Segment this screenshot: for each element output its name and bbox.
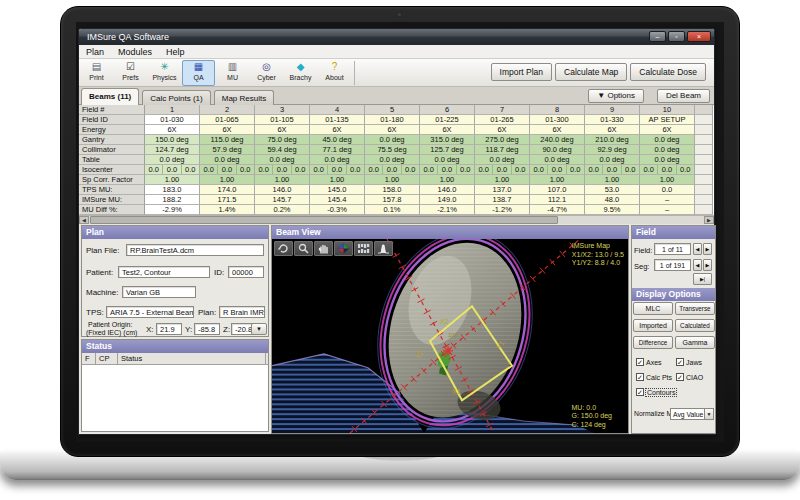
- table-cell[interactable]: 145.7: [255, 195, 310, 205]
- table-cell[interactable]: 146.0: [255, 185, 310, 195]
- display-button-mlc[interactable]: MLC: [633, 302, 673, 315]
- toolbar-button-mu[interactable]: ▥MU: [216, 60, 249, 86]
- table-cell[interactable]: 0.0 deg: [145, 155, 200, 165]
- table-cell[interactable]: 158.0: [365, 185, 420, 195]
- display-button-calculated[interactable]: Calculated: [675, 319, 715, 332]
- table-cell[interactable]: 1.4%: [200, 205, 255, 215]
- table-cell[interactable]: 77.1 deg: [310, 145, 365, 155]
- table-cell[interactable]: 1.00: [255, 175, 310, 185]
- scroll-right-icon[interactable]: ▶: [704, 216, 714, 224]
- table-cell[interactable]: 0.0 deg: [255, 155, 310, 165]
- plan-name-field[interactable]: R Brain IMRT: [219, 306, 265, 318]
- table-cell[interactable]: 1.00: [200, 175, 255, 185]
- table-cell[interactable]: 118.7 deg: [475, 145, 530, 155]
- toolbar-button-print[interactable]: ▤Print: [80, 60, 113, 86]
- seg-end-icon[interactable]: ▶|: [693, 273, 712, 285]
- table-cell[interactable]: 1.00: [365, 175, 420, 185]
- checkbox-contours[interactable]: ✓Contours: [636, 388, 676, 396]
- table-cell[interactable]: 183.0: [145, 185, 200, 195]
- table-cell[interactable]: 6X: [145, 125, 200, 135]
- table-cell[interactable]: 1: [145, 105, 200, 115]
- beam-tool-zoom-icon[interactable]: [294, 241, 313, 256]
- beam-view-canvas[interactable]: X2 100 Y1 X1 Y2 IMSure MapX1/X2: 13.0 / …: [272, 239, 628, 433]
- window-titlebar[interactable]: IMSure QA Software –▫×: [79, 29, 714, 45]
- table-cell[interactable]: 0.0 deg: [310, 155, 365, 165]
- toolbar-button-about[interactable]: ?About: [318, 60, 351, 86]
- table-cell[interactable]: 01-065: [200, 115, 255, 125]
- tps-field[interactable]: ARIA 7.5 - External Beam: [106, 306, 194, 318]
- scroll-left-icon[interactable]: ◀: [79, 216, 89, 224]
- table-hscrollbar[interactable]: ◀ ▶: [79, 215, 714, 224]
- table-cell[interactable]: 0.0 deg: [585, 155, 640, 165]
- table-cell[interactable]: 53.0: [585, 185, 640, 195]
- table-cell[interactable]: 150.0 deg: [145, 135, 200, 145]
- table-cell[interactable]: 0.0: [640, 185, 695, 195]
- display-button-difference[interactable]: Difference: [633, 336, 673, 349]
- action-button-import-plan[interactable]: Import Plan: [491, 63, 552, 81]
- table-cell[interactable]: -4.7%: [530, 205, 585, 215]
- table-cell[interactable]: 315.0 deg: [420, 135, 475, 145]
- display-button-gamma[interactable]: Gamma: [675, 336, 715, 349]
- table-cell[interactable]: 210.0 deg: [585, 135, 640, 145]
- table-cell[interactable]: -2.1%: [420, 205, 475, 215]
- checkbox-ciao[interactable]: ✓CIAO: [676, 373, 703, 381]
- table-cell[interactable]: 0.0 deg: [640, 145, 695, 155]
- table-cell[interactable]: 10: [640, 105, 695, 115]
- toolbar-button-brachy[interactable]: ◆Brachy: [284, 60, 317, 86]
- table-cell[interactable]: 8: [530, 105, 585, 115]
- table-cell[interactable]: 0.00.00.0: [420, 165, 475, 175]
- status-list[interactable]: [82, 365, 268, 431]
- table-cell[interactable]: 5: [365, 105, 420, 115]
- table-cell[interactable]: 6X: [640, 125, 695, 135]
- table-cell[interactable]: 0.0 deg: [530, 155, 585, 165]
- table-cell[interactable]: 6X: [310, 125, 365, 135]
- table-cell[interactable]: 0.00.00.0: [365, 165, 420, 175]
- table-cell[interactable]: 45.0 deg: [310, 135, 365, 145]
- table-cell[interactable]: 1.00: [475, 175, 530, 185]
- table-cell[interactable]: 1.00: [420, 175, 475, 185]
- table-cell[interactable]: 0.00.00.0: [640, 165, 695, 175]
- origin-dropdown-icon[interactable]: ▼: [251, 323, 267, 335]
- id-field[interactable]: 00000: [228, 266, 264, 278]
- table-cell[interactable]: 0.00.00.0: [475, 165, 530, 175]
- machine-field[interactable]: Varian GB: [122, 286, 196, 298]
- table-cell[interactable]: 6X: [530, 125, 585, 135]
- table-cell[interactable]: 01-265: [475, 115, 530, 125]
- table-cell[interactable]: 174.0: [200, 185, 255, 195]
- table-cell[interactable]: 01-300: [530, 115, 585, 125]
- table-cell[interactable]: 1.00: [145, 175, 200, 185]
- table-cell[interactable]: 59.4 deg: [255, 145, 310, 155]
- table-cell[interactable]: 145.0: [310, 185, 365, 195]
- table-cell[interactable]: -2.9%: [145, 205, 200, 215]
- table-cell[interactable]: 188.2: [145, 195, 200, 205]
- close-icon[interactable]: ×: [687, 31, 711, 42]
- table-cell[interactable]: 0.00.00.0: [255, 165, 310, 175]
- table-cell[interactable]: 9.5%: [585, 205, 640, 215]
- table-cell[interactable]: 240.0 deg: [530, 135, 585, 145]
- plan-file-field[interactable]: RP.BrainTestA.dcm: [126, 244, 264, 256]
- table-cell[interactable]: 275.0 deg: [475, 135, 530, 145]
- table-cell[interactable]: 157.8: [365, 195, 420, 205]
- table-cell[interactable]: 6X: [200, 125, 255, 135]
- display-button-imported[interactable]: Imported: [633, 319, 673, 332]
- toolbar-button-cyber[interactable]: ◎Cyber: [250, 60, 283, 86]
- field-prev-icon[interactable]: ◀: [693, 243, 702, 255]
- table-cell[interactable]: 0.0 deg: [640, 155, 695, 165]
- table-cell[interactable]: 0.0 deg: [640, 135, 695, 145]
- table-cell[interactable]: 01-030: [145, 115, 200, 125]
- seg-next-icon[interactable]: ▶: [703, 259, 712, 271]
- checkbox-axes[interactable]: ✓Axes: [636, 358, 662, 366]
- table-cell[interactable]: 0.0 deg: [365, 155, 420, 165]
- patient-field[interactable]: Test2, Contour: [118, 266, 210, 278]
- x-field[interactable]: 21.9: [156, 323, 182, 335]
- table-cell[interactable]: 92.9 deg: [585, 145, 640, 155]
- table-cell[interactable]: 6: [420, 105, 475, 115]
- table-cell[interactable]: –: [640, 195, 695, 205]
- table-cell[interactable]: 01-180: [365, 115, 420, 125]
- table-cell[interactable]: 146.0: [420, 185, 475, 195]
- beam-tool-rotate-icon[interactable]: [274, 241, 293, 256]
- table-cell[interactable]: 0.00.00.0: [145, 165, 200, 175]
- table-cell[interactable]: 90.0 deg: [530, 145, 585, 155]
- table-cell[interactable]: 6X: [585, 125, 640, 135]
- del-beam-button[interactable]: Del Beam: [657, 89, 710, 103]
